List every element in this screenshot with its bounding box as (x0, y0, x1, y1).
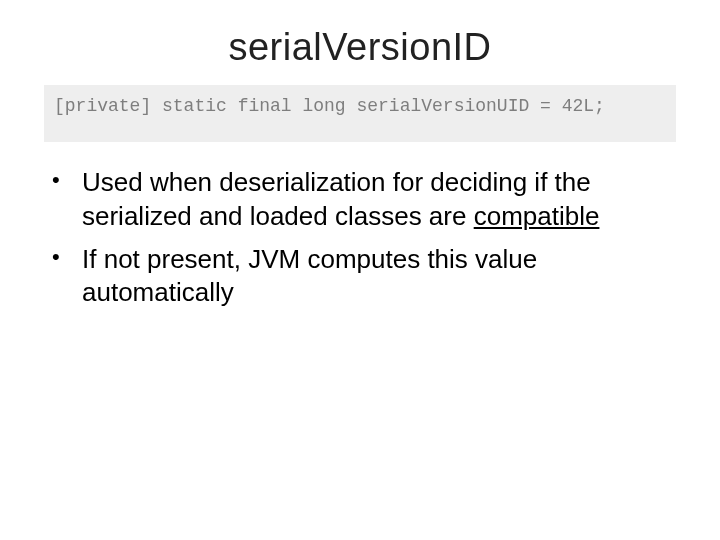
bullet-item-1: Used when deserialization for deciding i… (66, 166, 676, 233)
bullet-1-underlined: compatible (474, 201, 600, 231)
bullet-list: Used when deserialization for deciding i… (44, 166, 676, 309)
code-snippet: [private] static final long serialVersio… (44, 85, 676, 142)
slide: serialVersionID [private] static final l… (0, 0, 720, 540)
bullet-2-text: If not present, JVM computes this value … (82, 244, 537, 307)
bullet-item-2: If not present, JVM computes this value … (66, 243, 676, 310)
slide-title: serialVersionID (44, 26, 676, 69)
